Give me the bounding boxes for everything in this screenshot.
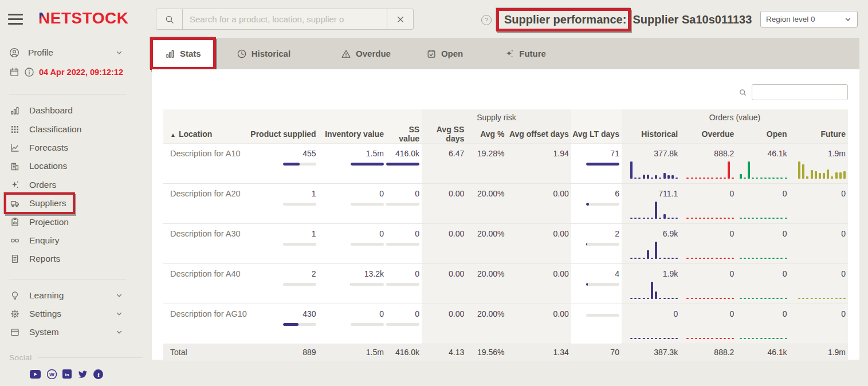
spark-bar bbox=[703, 338, 705, 339]
sidebar-item-orders[interactable]: Orders bbox=[0, 176, 152, 194]
sidebar-item-suppliers[interactable]: Suppliers bbox=[0, 194, 152, 212]
tab-label: Future bbox=[519, 49, 546, 58]
column-header-avg-offset-days[interactable]: Avg offset days bbox=[506, 125, 571, 144]
table-row[interactable]: Description for AG10430000.0020.00%0.000… bbox=[163, 304, 848, 344]
sidebar-item-system[interactable]: System bbox=[0, 323, 152, 341]
sidebar-item-reports[interactable]: Reports bbox=[0, 250, 152, 268]
progress-bar bbox=[283, 323, 316, 326]
spark-bar bbox=[686, 258, 689, 259]
spark-bar bbox=[780, 338, 783, 339]
cell-value: 2 bbox=[249, 269, 318, 278]
spark-bar bbox=[802, 298, 804, 299]
historical-cell-sparkline bbox=[622, 322, 678, 339]
cell-value: 6.9k bbox=[622, 229, 680, 238]
spark-bar bbox=[768, 178, 771, 179]
spark-bar bbox=[699, 258, 701, 259]
tab-historical[interactable]: Historical bbox=[223, 38, 304, 69]
spark-bar bbox=[756, 178, 758, 179]
total-avg-offset-days: 1.34 bbox=[506, 344, 571, 361]
sidebar-item-locations[interactable]: Locations bbox=[0, 157, 152, 175]
search-input[interactable] bbox=[183, 9, 387, 29]
column-header-ss-value[interactable]: SS value bbox=[386, 125, 422, 144]
tab-future[interactable]: Future bbox=[491, 38, 559, 69]
historical-cell: 0 bbox=[622, 304, 680, 344]
progress-bar bbox=[283, 163, 316, 166]
table-row[interactable]: Description for A301000.0020.00%0.0026.9… bbox=[163, 224, 848, 264]
twitter-icon[interactable] bbox=[78, 370, 88, 379]
sidebar-item-forecasts[interactable]: Forecasts bbox=[0, 139, 152, 157]
spark-bar bbox=[785, 338, 787, 339]
wordpress-icon[interactable]: W bbox=[47, 369, 57, 379]
overdue-cell: 0 bbox=[680, 304, 736, 344]
spark-bar bbox=[720, 338, 722, 339]
hamburger-menu-icon[interactable] bbox=[8, 14, 23, 25]
spark-bar bbox=[638, 218, 641, 219]
tab-open[interactable]: Open bbox=[413, 38, 476, 69]
clear-search-icon[interactable] bbox=[387, 9, 413, 29]
table-row[interactable]: Description for A201000.0020.00%0.006711… bbox=[163, 184, 848, 224]
tab-stats[interactable]: Stats bbox=[152, 38, 214, 69]
spark-bar bbox=[651, 282, 653, 299]
cell-value: 0 bbox=[386, 269, 422, 278]
table-row[interactable]: Description for A40213.2k00.0020.00%0.00… bbox=[163, 264, 848, 304]
sort-asc-icon: ▲ bbox=[170, 132, 176, 138]
svg-text:W: W bbox=[49, 371, 54, 377]
sidebar-item-enquiry[interactable]: Enquiry bbox=[0, 231, 152, 250]
column-header-avg-ss-days[interactable]: Avg SS days bbox=[422, 125, 466, 144]
sidebar-item-profile[interactable]: Profile bbox=[9, 45, 143, 61]
spark-bar bbox=[651, 218, 653, 219]
column-header-future[interactable]: Future bbox=[790, 125, 848, 144]
spark-bar bbox=[638, 258, 641, 259]
search-icon[interactable] bbox=[156, 9, 183, 29]
cell-value: 1 bbox=[249, 189, 318, 198]
total-avg-ss-days: 4.13 bbox=[422, 344, 466, 361]
chevron-down-icon bbox=[115, 328, 123, 336]
table-filter-input[interactable] bbox=[752, 84, 848, 100]
sidebar-item-label: Projection bbox=[29, 217, 69, 227]
future-cell: 0 bbox=[790, 224, 848, 264]
avg-lt-days-cell: 71 bbox=[571, 144, 622, 184]
spark-bar bbox=[686, 178, 689, 179]
column-header-inventory-value[interactable]: Inventory value bbox=[319, 125, 386, 144]
sidebar-date[interactable]: 04 Apr 2022, 09:12:12 bbox=[9, 65, 143, 79]
column-header-location[interactable]: ▲Location bbox=[163, 125, 249, 144]
open-cell-sparkline bbox=[736, 322, 787, 339]
column-header-avg-[interactable]: Avg % bbox=[466, 125, 506, 144]
spark-bar bbox=[720, 298, 722, 299]
sidebar-collapsible-menu: LearningSettingsSystem bbox=[0, 286, 152, 342]
spark-bar bbox=[634, 298, 637, 299]
facebook-icon[interactable]: f bbox=[93, 369, 103, 379]
spark-bar bbox=[707, 258, 709, 259]
youtube-icon[interactable] bbox=[30, 370, 41, 379]
sidebar-item-learning[interactable]: Learning bbox=[0, 286, 152, 305]
info-icon bbox=[24, 67, 34, 77]
tab-overdue[interactable]: Overdue bbox=[328, 38, 404, 69]
column-header-avg-lt-days[interactable]: Avg LT days bbox=[571, 125, 622, 144]
column-header-label: Avg LT days bbox=[572, 129, 619, 139]
cell-value: 0 bbox=[680, 229, 736, 238]
sidebar-item-projection[interactable]: Projection bbox=[0, 212, 152, 231]
progress-bar bbox=[586, 314, 619, 317]
sidebar-item-classification[interactable]: Classification bbox=[0, 120, 152, 138]
table-row[interactable]: Description for A104551.5m416.0k6.4719.2… bbox=[163, 144, 848, 184]
overdue-cell: 0 bbox=[680, 224, 736, 264]
progress-bar bbox=[283, 283, 316, 286]
column-header-open[interactable]: Open bbox=[736, 125, 789, 144]
location-cell: Description for AG10 bbox=[163, 304, 249, 344]
open-cell: 0 bbox=[736, 304, 789, 344]
linkedin-icon[interactable]: in bbox=[62, 369, 72, 379]
column-header-overdue[interactable]: Overdue bbox=[680, 125, 736, 144]
spark-bar bbox=[671, 338, 674, 339]
clock-icon bbox=[237, 49, 247, 59]
cell-value: 4 bbox=[571, 269, 622, 278]
sidebar-item-settings[interactable]: Settings bbox=[0, 305, 152, 323]
progress-bar-fill bbox=[586, 203, 589, 206]
building-icon bbox=[9, 161, 20, 171]
sidebar-item-dashboard[interactable]: Dashboard bbox=[0, 101, 152, 120]
region-level-dropdown[interactable]: Region level 0 bbox=[760, 11, 858, 27]
historical-cell: 6.9k bbox=[622, 224, 680, 264]
column-header-historical[interactable]: Historical bbox=[622, 125, 680, 144]
spark-bar bbox=[756, 338, 758, 339]
column-header-product-supplied[interactable]: Product supplied bbox=[249, 125, 318, 144]
help-icon[interactable]: ? bbox=[481, 15, 492, 25]
